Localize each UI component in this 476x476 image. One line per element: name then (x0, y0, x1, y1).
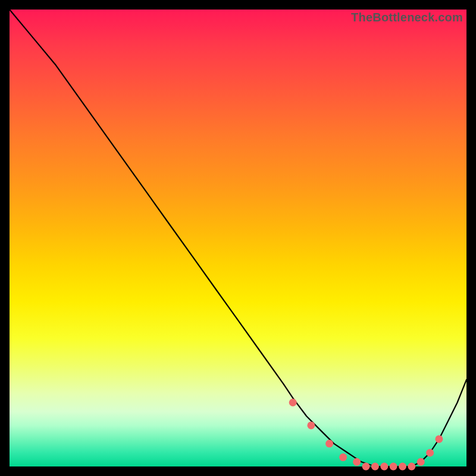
marker-point (289, 399, 297, 406)
marker-point (390, 463, 397, 471)
marker-point (339, 453, 347, 461)
marker-point (307, 421, 315, 429)
bottleneck-curve (10, 10, 466, 466)
marker-point (325, 440, 333, 447)
marker-point (362, 463, 370, 471)
sample-markers (289, 399, 443, 471)
marker-point (417, 458, 425, 466)
chart-svg (10, 10, 466, 466)
plot-area: TheBottleneck.com (10, 10, 466, 466)
marker-point (399, 463, 406, 471)
marker-point (408, 463, 415, 471)
marker-point (435, 435, 443, 443)
marker-point (426, 449, 434, 457)
chart-container: TheBottleneck.com (0, 0, 476, 476)
marker-point (371, 463, 379, 471)
marker-point (380, 463, 388, 471)
marker-point (353, 458, 361, 466)
